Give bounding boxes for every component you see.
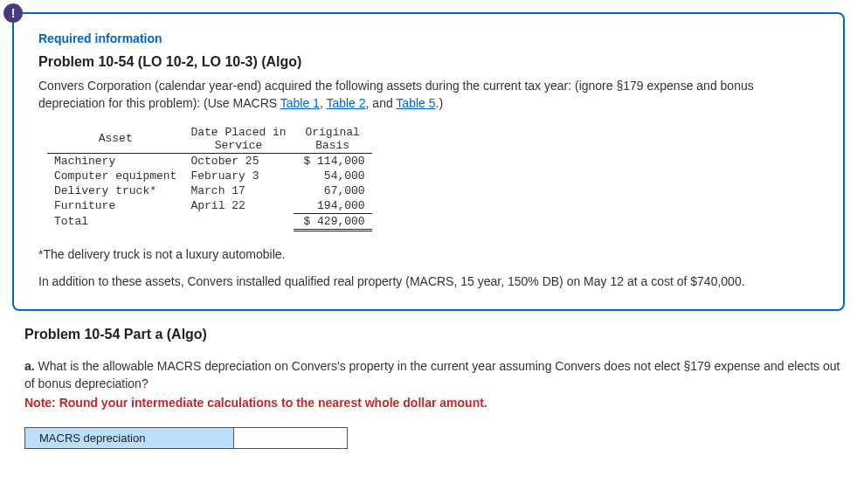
- additional-info: In addition to these assets, Convers ins…: [38, 273, 819, 291]
- desc-end: .): [436, 96, 444, 110]
- asset-table: Asset Date Placed in Service Original Ba…: [47, 125, 372, 231]
- answer-label: MACRS depreciation: [24, 427, 234, 449]
- header-date: Date Placed in Service: [183, 125, 293, 154]
- alert-icon: !: [3, 3, 23, 23]
- cell-asset: Machinery: [47, 153, 183, 169]
- table-row: Delivery truck* March 17 67,000: [47, 183, 372, 198]
- cell-date: April 22: [183, 198, 293, 214]
- cell-total-value: $ 429,000: [294, 213, 372, 230]
- cell-date: February 3: [183, 169, 293, 183]
- table-row: Furniture April 22 194,000: [47, 198, 372, 214]
- macrs-depreciation-input[interactable]: [234, 427, 348, 449]
- rounding-note: Note: Round your intermediate calculatio…: [24, 396, 845, 410]
- table-5-link[interactable]: Table 5: [396, 96, 435, 110]
- required-info-heading: Required information: [38, 31, 819, 45]
- desc-and: , and: [366, 96, 397, 110]
- cell-date: March 17: [183, 183, 293, 198]
- cell-basis: 54,000: [294, 169, 372, 183]
- problem-title: Problem 10-54 (LO 10-2, LO 10-3) (Algo): [38, 54, 819, 70]
- cell-total-label: Total: [47, 213, 183, 230]
- cell-basis: 67,000: [294, 183, 372, 198]
- cell-empty: [183, 213, 293, 230]
- footnote: *The delivery truck is not a luxury auto…: [38, 247, 819, 261]
- cell-asset: Furniture: [47, 198, 183, 214]
- required-info-box: Required information Problem 10-54 (LO 1…: [12, 12, 845, 311]
- table-total-row: Total $ 429,000: [47, 213, 372, 230]
- question-prefix: a.: [24, 359, 35, 373]
- part-title: Problem 10-54 Part a (Algo): [24, 327, 845, 342]
- cell-asset: Computer equipment: [47, 169, 183, 183]
- table-row: Machinery October 25 $ 114,000: [47, 153, 372, 169]
- table-2-link[interactable]: Table 2: [326, 96, 365, 110]
- header-basis: Original Basis: [294, 125, 372, 154]
- question-body: What is the allowable MACRS depreciation…: [24, 359, 840, 390]
- table-header-row: Asset Date Placed in Service Original Ba…: [47, 125, 372, 154]
- cell-basis: 194,000: [294, 198, 372, 214]
- question-text: a. What is the allowable MACRS depreciat…: [24, 358, 845, 392]
- answer-row: MACRS depreciation: [24, 427, 857, 449]
- cell-basis: $ 114,000: [294, 153, 372, 169]
- header-asset: Asset: [47, 125, 183, 154]
- problem-description: Convers Corporation (calendar year-end) …: [38, 77, 819, 113]
- cell-asset: Delivery truck*: [47, 183, 183, 198]
- table-row: Computer equipment February 3 54,000: [47, 169, 372, 183]
- table-1-link[interactable]: Table 1: [280, 96, 320, 110]
- cell-date: October 25: [183, 153, 293, 169]
